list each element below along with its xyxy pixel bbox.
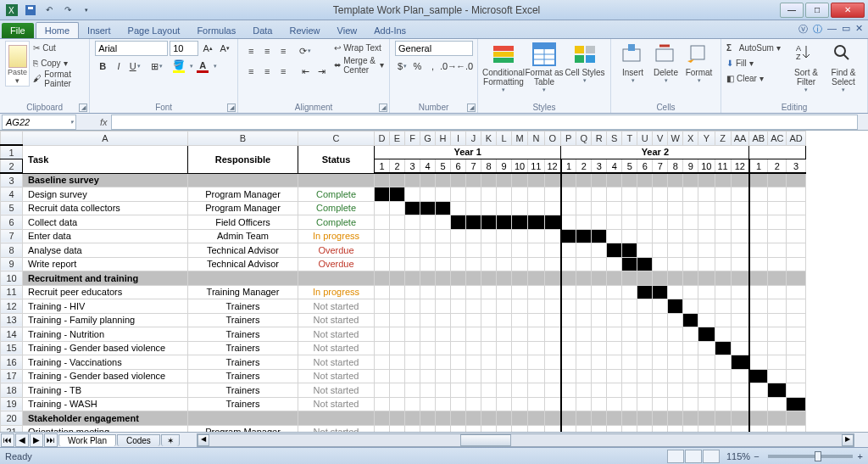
gantt-cell[interactable] [787, 327, 805, 342]
gantt-cell[interactable] [668, 369, 683, 383]
gantt-cell[interactable] [466, 397, 481, 411]
column-header-X[interactable]: X [683, 131, 698, 146]
gantt-cell[interactable] [390, 257, 405, 271]
gantt-cell[interactable] [497, 397, 512, 411]
column-header-J[interactable]: J [466, 131, 481, 146]
gantt-cell[interactable] [607, 299, 622, 314]
gantt-cell[interactable] [466, 243, 481, 258]
gantt-cell[interactable] [405, 313, 420, 327]
gantt-cell[interactable] [512, 257, 528, 271]
tab-page-layout[interactable]: Page Layout [120, 23, 189, 38]
gantt-cell[interactable] [607, 215, 622, 230]
task-cell[interactable]: Collect data [23, 215, 188, 230]
zoom-in-icon[interactable]: + [858, 451, 863, 461]
gantt-cell[interactable] [420, 229, 436, 243]
gantt-cell[interactable] [768, 201, 787, 215]
gantt-cell[interactable] [749, 425, 768, 432]
gantt-cell[interactable] [637, 341, 653, 355]
gantt-cell[interactable] [497, 425, 512, 432]
gantt-cell[interactable] [451, 215, 466, 230]
gantt-cell[interactable] [768, 341, 787, 355]
gantt-cell[interactable] [637, 425, 653, 432]
gantt-cell[interactable] [668, 201, 683, 215]
gantt-cell[interactable] [668, 383, 683, 398]
gantt-cell[interactable] [512, 243, 528, 258]
gantt-cell[interactable] [576, 425, 592, 432]
gantt-cell[interactable] [749, 187, 768, 202]
gantt-cell[interactable] [787, 425, 805, 432]
gantt-cell[interactable] [787, 243, 805, 258]
gantt-cell[interactable] [481, 201, 497, 215]
gantt-cell[interactable] [481, 425, 497, 432]
align-middle-icon[interactable]: ≡ [259, 43, 275, 59]
gantt-cell[interactable] [749, 201, 768, 215]
gantt-cell[interactable] [451, 243, 466, 258]
sort-filter-button[interactable]: AZ Sort & Filter▾ [787, 41, 825, 97]
gantt-cell[interactable] [420, 425, 436, 432]
gantt-cell[interactable] [451, 369, 466, 383]
gantt-cell[interactable] [683, 285, 698, 299]
zoom-thumb[interactable] [815, 451, 821, 461]
gantt-cell[interactable] [390, 299, 405, 314]
task-cell[interactable]: Training - TB [23, 383, 188, 398]
gantt-cell[interactable] [698, 257, 715, 271]
tab-file[interactable]: File [2, 23, 34, 38]
gantt-cell[interactable] [544, 327, 561, 342]
responsible-cell[interactable]: Technical Advisor [188, 243, 298, 258]
gantt-cell[interactable] [731, 341, 749, 355]
gantt-cell[interactable] [390, 425, 405, 432]
gantt-cell[interactable] [528, 187, 544, 202]
gantt-cell[interactable] [561, 327, 576, 342]
gantt-cell[interactable] [375, 215, 390, 230]
gantt-cell[interactable] [731, 285, 749, 299]
row-header[interactable]: 13 [1, 313, 23, 327]
gantt-cell[interactable] [607, 341, 622, 355]
task-cell[interactable]: Analyse data [23, 243, 188, 258]
status-cell[interactable]: Overdue [298, 257, 375, 271]
gantt-cell[interactable] [451, 201, 466, 215]
status-cell[interactable]: In progress [298, 229, 375, 243]
gantt-cell[interactable] [592, 313, 607, 327]
sheet-tab-codes[interactable]: Codes [117, 434, 160, 446]
cell-styles-button[interactable]: Cell Styles▾ [565, 41, 605, 97]
gantt-cell[interactable] [653, 341, 668, 355]
gantt-cell[interactable] [637, 285, 653, 299]
gantt-cell[interactable] [375, 187, 390, 202]
gantt-cell[interactable] [787, 313, 805, 327]
task-cell[interactable]: Write report [23, 257, 188, 271]
gantt-cell[interactable] [698, 425, 715, 432]
tab-insert[interactable]: Insert [79, 23, 120, 38]
gantt-cell[interactable] [436, 397, 451, 411]
minimize-ribbon-icon[interactable]: ⓥ [798, 23, 808, 36]
column-header-T[interactable]: T [622, 131, 637, 146]
gantt-cell[interactable] [481, 257, 497, 271]
gantt-cell[interactable] [528, 215, 544, 230]
sheet-nav-first-icon[interactable]: ⏮ [1, 433, 14, 447]
gantt-cell[interactable] [528, 355, 544, 370]
gantt-cell[interactable] [544, 369, 561, 383]
number-format-select[interactable] [395, 41, 473, 56]
gantt-cell[interactable] [561, 229, 576, 243]
row-header[interactable]: 3 [1, 173, 23, 187]
gantt-cell[interactable] [653, 313, 668, 327]
gantt-cell[interactable] [715, 201, 731, 215]
gantt-cell[interactable] [715, 425, 731, 432]
row-header[interactable]: 2 [1, 159, 23, 174]
gantt-cell[interactable] [466, 285, 481, 299]
status-cell[interactable]: Complete [298, 201, 375, 215]
gantt-cell[interactable] [481, 243, 497, 258]
column-header-Z[interactable]: Z [715, 131, 731, 146]
fill-color-button[interactable]: 🪣 [171, 59, 186, 74]
gantt-cell[interactable] [637, 257, 653, 271]
gantt-cell[interactable] [622, 299, 637, 314]
row-header[interactable]: 6 [1, 215, 23, 230]
gantt-cell[interactable] [576, 341, 592, 355]
gantt-cell[interactable] [768, 285, 787, 299]
column-header-G[interactable]: G [420, 131, 436, 146]
gantt-cell[interactable] [637, 215, 653, 230]
gantt-cell[interactable] [451, 397, 466, 411]
gantt-cell[interactable] [768, 215, 787, 230]
gantt-cell[interactable] [768, 313, 787, 327]
gantt-cell[interactable] [436, 215, 451, 230]
gantt-cell[interactable] [698, 397, 715, 411]
